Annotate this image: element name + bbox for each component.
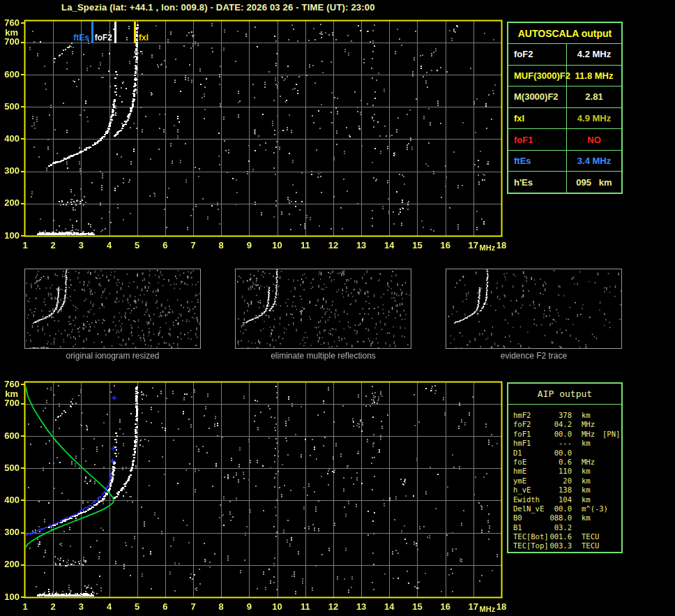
aip-row-note bbox=[602, 504, 621, 513]
autoscala-row: foF1 NO bbox=[508, 129, 621, 151]
aip-row: foF2 04.2 MHz bbox=[513, 420, 621, 429]
aip-row-value: 104 bbox=[548, 495, 572, 504]
aip-row-unit: TECU bbox=[582, 541, 602, 550]
aip-row-note bbox=[602, 420, 621, 429]
aip-row-label: foF1 bbox=[513, 430, 548, 439]
aip-rows: hmF2 378 km foF2 04.2 MHz foF1 00.0 MHz … bbox=[508, 405, 621, 551]
aip-row-note bbox=[602, 513, 621, 523]
autoscala-row-label: ftEs bbox=[508, 151, 567, 172]
aip-row-note bbox=[602, 439, 621, 448]
aip-row: D1 00.0 bbox=[513, 449, 621, 458]
spacer bbox=[572, 467, 582, 476]
autoscala-row-value: 4.9 MHz bbox=[567, 108, 621, 129]
spacer bbox=[572, 430, 582, 439]
autoscala-row-value: 11.8 MHz bbox=[567, 66, 621, 87]
aip-row-unit: km bbox=[582, 467, 602, 476]
aip-row-unit bbox=[582, 523, 602, 532]
aip-row-note bbox=[602, 458, 621, 467]
aip-row: hmF2 378 km bbox=[513, 411, 621, 420]
processing-thumbnails bbox=[0, 265, 675, 352]
autoscala-row-label: h'Es bbox=[508, 172, 567, 193]
aip-row-label: hmF1 bbox=[513, 439, 548, 448]
aip-row-label: B1 bbox=[513, 523, 548, 532]
aip-row-value: 110 bbox=[548, 467, 572, 476]
aip-row-value: 088.0 bbox=[548, 513, 572, 523]
spacer bbox=[572, 541, 582, 550]
aip-row-label: TEC[Top] bbox=[513, 541, 548, 550]
spacer bbox=[572, 420, 582, 429]
autoscala-row: M(3000)F2 2.81 bbox=[508, 87, 621, 108]
aip-row: foE 0.6 MHz bbox=[513, 458, 621, 467]
aip-row-label: TEC[Bot] bbox=[513, 532, 548, 541]
autoscala-row-value: 2.81 bbox=[567, 87, 621, 107]
aip-row-value: 0.6 bbox=[548, 458, 572, 467]
autoscala-table-title: AUTOSCALA output bbox=[508, 23, 621, 44]
spacer bbox=[572, 523, 582, 532]
aip-row-value: 003.3 bbox=[548, 541, 572, 550]
aip-row-label: h_vE bbox=[513, 486, 548, 495]
autoscala-rows: foF2 4.2 MHz MUF(3000)F2 11.8 MHz M(3000… bbox=[508, 44, 621, 193]
aip-row-note bbox=[602, 532, 621, 541]
autoscala-row-value: 3.4 MHz bbox=[567, 151, 621, 172]
aip-row-unit: m^(-3) bbox=[582, 504, 602, 513]
autoscala-row-value: 4.2 MHz bbox=[567, 44, 621, 65]
aip-row: foF1 00.0 MHz [PN] bbox=[513, 430, 621, 439]
aip-row-label: foF2 bbox=[513, 420, 548, 429]
aip-output-table: AIP output hmF2 378 km foF2 04.2 MHz foF… bbox=[507, 382, 623, 553]
autoscala-row: MUF(3000)F2 11.8 MHz bbox=[508, 66, 621, 87]
aip-row-label: DelN_vE bbox=[513, 504, 548, 513]
aip-row-unit: km bbox=[582, 411, 602, 420]
aip-row: TEC[Top] 003.3 TECU bbox=[513, 541, 621, 550]
aip-row-label: hmE bbox=[513, 467, 548, 476]
thumbnail-caption-eliminate: eliminate multiple reflections bbox=[235, 351, 411, 361]
aip-table-title: AIP output bbox=[508, 384, 621, 405]
spacer bbox=[572, 532, 582, 541]
thumbnail-caption-evidence: evidence F2 trace bbox=[446, 351, 622, 361]
aip-row-note bbox=[602, 411, 621, 420]
aip-row-value: 001.6 bbox=[548, 532, 572, 541]
aip-row-unit: km bbox=[582, 439, 602, 448]
autoscala-window: La_Spezia (lat: +44.1 , lon: 009.8) - DA… bbox=[0, 0, 675, 616]
aip-row-value: 04.2 bbox=[548, 420, 572, 429]
autoscala-row: h'Es 095 km bbox=[508, 172, 621, 193]
aip-row-label: D1 bbox=[513, 449, 548, 458]
aip-row: DelN_vE 00.0 m^(-3) bbox=[513, 504, 621, 513]
aip-row-note: [PN] bbox=[602, 430, 621, 439]
aip-row-value: --- bbox=[548, 439, 572, 448]
aip-row-value: 378 bbox=[548, 411, 572, 420]
aip-row: hmF1 --- km bbox=[513, 439, 621, 448]
autoscala-row-value: 095 km bbox=[567, 172, 621, 193]
aip-row-unit bbox=[582, 449, 602, 458]
aip-row-note bbox=[602, 449, 621, 458]
aip-row-note bbox=[602, 476, 621, 486]
aip-row-value: 20 bbox=[548, 476, 572, 486]
autoscala-row-label: foF1 bbox=[508, 129, 567, 150]
spacer bbox=[572, 486, 582, 495]
spacer bbox=[572, 495, 582, 504]
autoscala-row-label: fxI bbox=[508, 108, 567, 129]
aip-row-value: 00.0 bbox=[548, 430, 572, 439]
spacer bbox=[572, 504, 582, 513]
autoscala-row-value: NO bbox=[567, 129, 621, 150]
spacer bbox=[572, 476, 582, 486]
aip-row-note bbox=[602, 495, 621, 504]
autoscala-output-table: AUTOSCALA output foF2 4.2 MHz MUF(3000)F… bbox=[507, 22, 623, 194]
aip-row-value: 00.0 bbox=[548, 449, 572, 458]
aip-row-note bbox=[602, 467, 621, 476]
aip-row-unit: MHz bbox=[582, 458, 602, 467]
aip-row: ymE 20 km bbox=[513, 476, 621, 486]
aip-row: B0 088.0 km bbox=[513, 513, 621, 523]
aip-row-value: 138 bbox=[548, 486, 572, 495]
aip-row-label: ymE bbox=[513, 476, 548, 486]
aip-row: Ewidth 104 km bbox=[513, 495, 621, 504]
aip-row-label: B0 bbox=[513, 513, 548, 523]
aip-row-unit: km bbox=[582, 476, 602, 486]
spacer bbox=[572, 513, 582, 523]
aip-row-unit: TECU bbox=[582, 532, 602, 541]
aip-row: TEC[Bot] 001.6 TECU bbox=[513, 532, 621, 541]
aip-row-unit: km bbox=[582, 495, 602, 504]
aip-row-label: foE bbox=[513, 458, 548, 467]
aip-row-unit: km bbox=[582, 486, 602, 495]
autoscala-row: fxI 4.9 MHz bbox=[508, 108, 621, 130]
aip-row-label: Ewidth bbox=[513, 495, 548, 504]
